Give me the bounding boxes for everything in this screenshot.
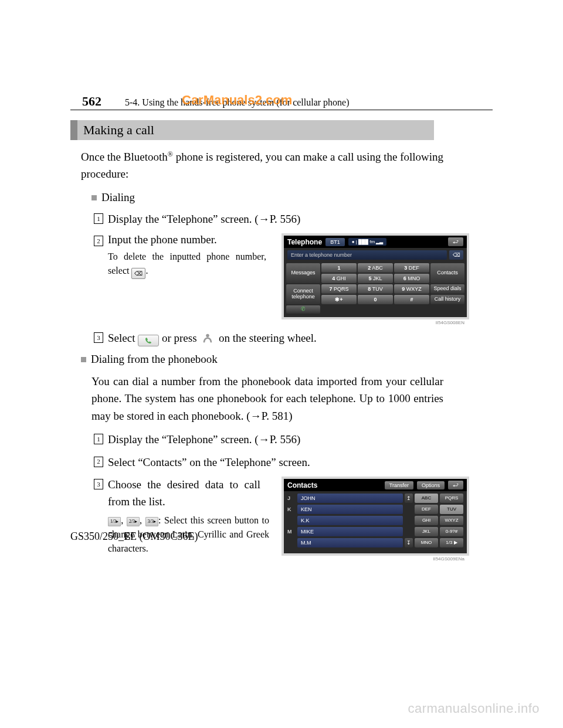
key-star[interactable]: ✱+ — [321, 295, 357, 304]
step-number-icon: 2 — [94, 236, 103, 246]
index-letter: K — [287, 505, 296, 514]
alpha-page[interactable]: 1/3 ▶ — [440, 538, 463, 547]
figure-caption: II54GS009ENa — [433, 556, 464, 562]
index-letter: J — [287, 494, 296, 503]
phonebook-step-1: 1 Display the “Telephone” screen. (→P. 5… — [94, 431, 493, 448]
alpha-def[interactable]: DEF — [415, 505, 438, 514]
cycle-button-3: 3/3▸ — [145, 517, 158, 526]
cycle-button-2: 2/3▸ — [127, 517, 140, 526]
bullet-icon — [81, 357, 86, 362]
scroll-down[interactable]: ↧ — [405, 538, 413, 547]
back-button[interactable]: ⮐ — [448, 481, 463, 489]
back-button[interactable]: ⮐ — [448, 237, 463, 246]
contact-row[interactable]: M.M — [297, 538, 403, 547]
step-number-icon: 1 — [94, 434, 103, 444]
step-number-icon: 2 — [94, 457, 103, 467]
screen-title: Telephone — [287, 238, 322, 246]
alpha-wxyz[interactable]: WXYZ — [440, 516, 463, 525]
alpha-abc[interactable]: ABC — [415, 494, 438, 503]
footer-text: GS350/250_EE (OM30C36E) — [70, 530, 198, 543]
step2-row: 2 Input the phone number. To delete the … — [94, 233, 493, 319]
intro-text: Once the Bluetooth® phone is registered,… — [81, 148, 456, 183]
alpha-mno[interactable]: MNO — [415, 538, 438, 547]
scroll-up[interactable]: ↥ — [405, 494, 413, 503]
figure-caption: II54GS008EN — [436, 320, 464, 325]
phonebook-step-3: Choose the desired data to call from the… — [108, 477, 260, 510]
dialing-step-3: 3 Select or press on the steering wheel. — [94, 330, 493, 347]
key-4[interactable]: 4 GHI — [321, 274, 357, 283]
phonebook-heading: Dialing from the phonebook — [81, 353, 493, 366]
delete-icon: ⌫ — [131, 268, 145, 279]
page-content: Making a call Once the Bluetooth® phone … — [70, 120, 493, 556]
contact-row[interactable]: K.K — [297, 516, 403, 525]
step-number-icon: 1 — [94, 213, 103, 224]
svg-point-0 — [206, 334, 210, 338]
number-entry[interactable]: Enter a telephone number — [287, 250, 447, 260]
options-button[interactable]: Options — [417, 481, 445, 489]
contact-row[interactable]: KEN — [297, 505, 403, 514]
dialing-step-2: Input the phone number. — [108, 233, 266, 246]
key-1[interactable]: 1 — [321, 263, 357, 273]
connect-telephone-button[interactable]: Connect telephone — [286, 284, 320, 304]
bt-tab[interactable]: BT1 — [325, 238, 345, 246]
watermark-top: CarManuals2.com — [182, 93, 292, 108]
call-icon — [138, 335, 159, 346]
steering-phone-icon — [199, 331, 216, 345]
contact-row[interactable]: MIKE — [297, 527, 403, 536]
call-history-button[interactable]: Call history — [430, 295, 464, 304]
step2-note: To delete the inputted phone number, sel… — [108, 250, 266, 279]
speed-dials-button[interactable]: Speed dials — [430, 284, 464, 294]
screen-title: Contacts — [287, 481, 317, 489]
phonebook-step3-row: 3 Choose the desired data to call from t… — [94, 477, 493, 556]
bullet-icon — [91, 195, 97, 200]
step-number-icon: 3 — [94, 479, 103, 489]
manual-page: 562 5-4. Using the hands-free phone syst… — [0, 0, 563, 596]
contacts-button[interactable]: Contacts — [430, 263, 464, 283]
key-2[interactable]: 2 ABC — [358, 263, 393, 273]
alpha-sym[interactable]: 0-9?# — [440, 527, 463, 536]
watermark-bottom: carmanualsonline.info — [408, 701, 540, 716]
phonebook-step-2: 2 Select “Contacts” on the “Telephone” s… — [94, 454, 493, 471]
signal-indicator: ● | ███ fm ▂▃ — [348, 238, 387, 246]
key-7[interactable]: 7 PQRS — [321, 284, 357, 294]
page-number: 562 — [82, 94, 101, 109]
key-hash[interactable]: # — [394, 295, 429, 304]
key-5[interactable]: 5 JKL — [358, 274, 393, 283]
step-number-icon: 3 — [94, 332, 103, 343]
call-button[interactable]: ✆ — [286, 305, 320, 314]
contacts-screenshot: Contacts Transfer Options ⮐ J JOHN ↥ ABC… — [282, 477, 469, 556]
transfer-button[interactable]: Transfer — [385, 481, 413, 489]
dialing-heading: Dialing — [91, 191, 493, 204]
cycle-button-1: 1/3▸ — [108, 517, 121, 526]
header-rule — [70, 110, 493, 110]
alpha-pqrs[interactable]: PQRS — [440, 494, 463, 503]
key-0[interactable]: 0 — [358, 295, 393, 304]
telephone-screenshot: Telephone BT1 ● | ███ fm ▂▃ ⮐ Enter a te… — [282, 233, 469, 319]
alpha-tuv[interactable]: TUV — [440, 505, 463, 514]
alpha-jkl[interactable]: JKL — [415, 527, 438, 536]
key-3[interactable]: 3 DEF — [394, 263, 429, 273]
contact-row[interactable]: JOHN — [297, 494, 403, 503]
key-9[interactable]: 9 WXYZ — [394, 284, 429, 294]
index-letter: M — [287, 527, 296, 536]
dialing-step-1: 1 Display the “Telephone” screen. (→P. 5… — [94, 211, 493, 228]
key-6[interactable]: 6 MNO — [394, 274, 429, 283]
phonebook-paragraph: You can dial a number from the phonebook… — [91, 373, 443, 424]
section-heading: Making a call — [70, 120, 434, 140]
delete-button[interactable]: ⌫ — [449, 250, 463, 260]
alpha-ghi[interactable]: GHI — [415, 516, 438, 525]
messages-button[interactable]: Messages — [286, 263, 320, 283]
key-8[interactable]: 8 TUV — [358, 284, 393, 294]
